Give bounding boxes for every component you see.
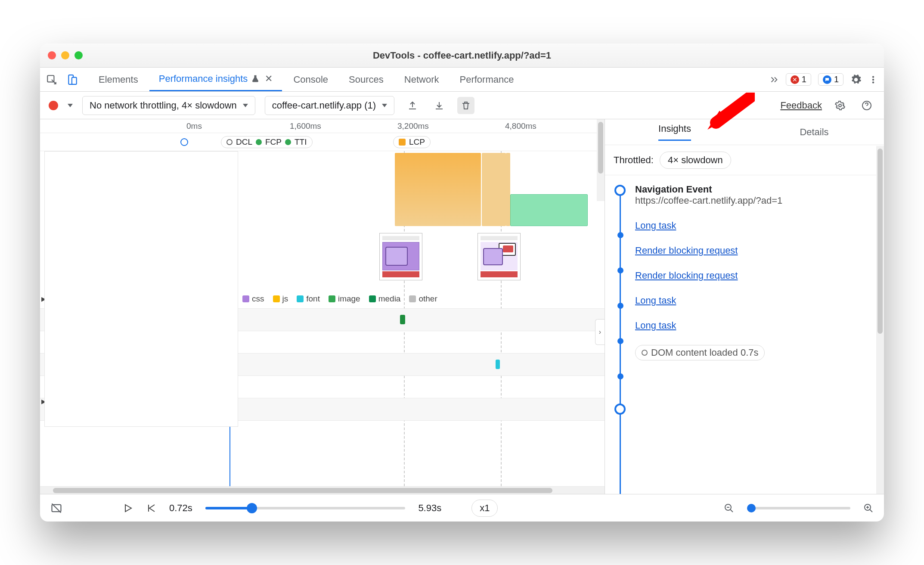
total-time: 5.93s <box>418 503 441 514</box>
rail-dot-icon <box>617 267 623 273</box>
timeline-panel: 0ms 1,600ms 3,200ms 4,800ms DCL FCP TTI <box>40 119 605 494</box>
dcl-marker-icon <box>642 350 648 356</box>
tab-sources[interactable]: Sources <box>339 68 393 91</box>
speed-chip[interactable]: x1 <box>471 500 498 517</box>
close-tab-icon[interactable]: ✕ <box>265 73 273 84</box>
rail-dot-icon <box>617 303 623 309</box>
throttle-row: Throttled: 4× slowdown <box>605 145 884 175</box>
event-render-blocking[interactable]: Render blocking request <box>635 245 875 256</box>
event-long-task[interactable]: Long task <box>635 320 875 331</box>
resource-chip[interactable] <box>496 360 500 369</box>
tab-network[interactable]: Network <box>395 68 449 91</box>
export-button[interactable] <box>404 97 421 114</box>
delete-button[interactable] <box>457 97 474 114</box>
tab-performance-insights[interactable]: Performance insights ✕ <box>149 68 282 91</box>
rewind-button[interactable] <box>146 503 156 513</box>
message-icon <box>823 75 831 84</box>
media-swatch-icon <box>369 295 376 302</box>
errors-badge[interactable]: ✕ 1 <box>786 73 811 86</box>
window-zoom-button[interactable] <box>74 51 83 59</box>
import-button[interactable] <box>431 97 448 114</box>
seek-slider[interactable] <box>205 507 406 509</box>
tab-console[interactable]: Console <box>284 68 338 91</box>
main-content: 0ms 1,600ms 3,200ms 4,800ms DCL FCP TTI <box>40 119 884 494</box>
image-swatch-icon <box>329 295 335 302</box>
event-title: Navigation Event <box>635 184 875 195</box>
svg-point-3 <box>872 76 874 78</box>
current-time: 0.72s <box>169 503 192 514</box>
playback-bar: 0.72s 5.93s x1 <box>40 494 884 522</box>
disable-screenshots-icon[interactable] <box>50 502 62 514</box>
events-list: Navigation Event https://coffee-cart.net… <box>605 175 884 494</box>
window-minimize-button[interactable] <box>61 51 69 59</box>
event-render-blocking[interactable]: Render blocking request <box>635 270 875 281</box>
tab-performance[interactable]: Performance <box>450 68 524 91</box>
event-navigation[interactable]: Navigation Event https://coffee-cart.net… <box>635 184 875 206</box>
messages-badge[interactable]: 1 <box>818 73 843 86</box>
tick-label: 1,600ms <box>290 121 321 131</box>
overview-block <box>510 194 588 226</box>
insights-tabs: Insights Details <box>605 119 884 145</box>
record-options-chevron-icon[interactable] <box>68 104 73 107</box>
horizontal-scrollbar[interactable] <box>40 486 605 494</box>
tab-insights[interactable]: Insights <box>605 119 744 145</box>
tick-label: 3,200ms <box>397 121 429 131</box>
svg-point-6 <box>839 104 841 107</box>
settings-icon[interactable] <box>850 74 862 85</box>
resource-chip[interactable] <box>400 315 405 324</box>
zoom-slider[interactable] <box>747 507 850 509</box>
more-tabs-icon[interactable] <box>769 75 779 84</box>
tick-label: 0ms <box>186 121 202 131</box>
event-dcl[interactable]: DOM content loaded 0.7s <box>635 345 875 360</box>
panel-collapse-toggle[interactable]: › <box>595 319 605 345</box>
rail-dot-icon <box>617 373 623 379</box>
zoom-out-icon[interactable] <box>724 503 734 513</box>
devtools-tabbar: Elements Performance insights ✕ Console … <box>40 68 884 92</box>
overview-block <box>482 153 506 226</box>
play-button[interactable] <box>123 503 133 513</box>
throttling-select[interactable]: No network throttling, 4× slowdown <box>82 96 255 115</box>
help-icon[interactable] <box>858 97 875 114</box>
timeline-markers: DCL FCP TTI LCP <box>40 133 605 151</box>
kebab-menu-icon[interactable] <box>868 75 878 84</box>
record-button[interactable] <box>49 101 58 110</box>
tick-label: 4,800ms <box>505 121 536 131</box>
insights-toolbar: No network throttling, 4× slowdown coffe… <box>40 92 884 119</box>
filmstrip-frame[interactable] <box>478 233 521 280</box>
tab-elements[interactable]: Elements <box>89 68 148 91</box>
recording-select[interactable]: coffee-cart.netlify.app (1) <box>265 96 394 115</box>
dcl-marker-icon <box>226 139 233 145</box>
other-swatch-icon <box>409 295 416 302</box>
rail-start-icon <box>614 185 626 196</box>
experiment-icon <box>251 74 260 84</box>
feedback-link[interactable]: Feedback <box>780 100 822 111</box>
js-swatch-icon <box>273 295 280 302</box>
font-swatch-icon <box>297 295 304 302</box>
error-icon: ✕ <box>791 75 799 84</box>
timeline-body[interactable]: css js font image media other <box>40 151 605 486</box>
tab-details[interactable]: Details <box>744 119 884 145</box>
inspect-element-icon[interactable] <box>46 74 57 85</box>
window-titlebar: DevTools - coffee-cart.netlify.app/?ad=1 <box>40 43 884 68</box>
css-swatch-icon <box>242 295 249 302</box>
tti-marker-icon <box>285 139 291 145</box>
timeline-ruler[interactable]: 0ms 1,600ms 3,200ms 4,800ms <box>40 119 605 133</box>
panel-settings-icon[interactable] <box>831 97 849 114</box>
lcp-marker-pill[interactable]: LCP <box>393 136 431 148</box>
event-long-task[interactable]: Long task <box>635 295 875 306</box>
insights-panel: Insights Details Throttled: 4× slowdown <box>605 119 884 494</box>
devtools-window: DevTools - coffee-cart.netlify.app/?ad=1… <box>40 43 884 522</box>
event-subtitle: https://coffee-cart.netlify.app/?ad=1 <box>635 195 875 206</box>
svg-point-5 <box>872 81 874 83</box>
event-long-task[interactable]: Long task <box>635 220 875 231</box>
vertical-scrollbar[interactable] <box>876 146 884 494</box>
filmstrip-frame[interactable] <box>379 233 422 280</box>
window-traffic-lights <box>48 51 83 59</box>
throttled-label: Throttled: <box>614 155 654 166</box>
throttle-chip[interactable]: 4× slowdown <box>660 152 731 169</box>
marker-pill[interactable]: DCL FCP TTI <box>221 136 313 148</box>
window-close-button[interactable] <box>48 51 56 59</box>
svg-rect-2 <box>72 77 77 84</box>
zoom-in-icon[interactable] <box>863 503 874 513</box>
device-toolbar-icon[interactable] <box>67 74 78 85</box>
